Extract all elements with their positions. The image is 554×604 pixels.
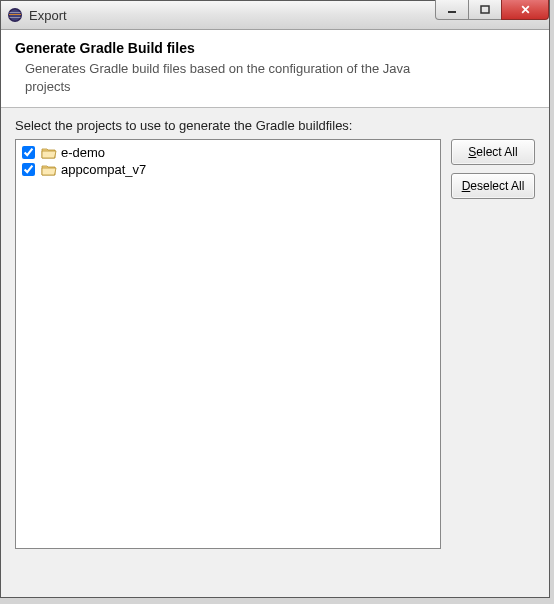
project-folder-icon [41, 163, 57, 177]
titlebar: Export [1, 1, 549, 30]
project-list[interactable]: e-demo appcompat_v7 [15, 139, 441, 549]
project-label: appcompat_v7 [61, 162, 146, 177]
export-dialog: Export Generate Gradle Build files Gener… [0, 0, 550, 598]
svg-rect-2 [9, 14, 21, 15]
svg-rect-3 [10, 12, 21, 13]
project-folder-icon [41, 146, 57, 160]
svg-rect-5 [448, 11, 456, 13]
svg-point-1 [10, 10, 21, 21]
minimize-button[interactable] [435, 0, 469, 20]
eclipse-icon [7, 7, 23, 23]
close-button[interactable] [501, 0, 549, 20]
selection-instruction: Select the projects to use to generate t… [15, 118, 535, 133]
list-item[interactable]: appcompat_v7 [20, 161, 436, 178]
project-label: e-demo [61, 145, 105, 160]
banner-description: Generates Gradle build files based on th… [25, 60, 415, 95]
project-checkbox[interactable] [22, 163, 35, 176]
svg-rect-4 [10, 17, 21, 18]
content-area: Select the projects to use to generate t… [1, 108, 549, 559]
selection-buttons: Select All Deselect All [451, 139, 535, 199]
maximize-button[interactable] [468, 0, 502, 20]
list-item[interactable]: e-demo [20, 144, 436, 161]
deselect-all-button[interactable]: Deselect All [451, 173, 535, 199]
banner-heading: Generate Gradle Build files [15, 40, 535, 56]
svg-rect-6 [481, 6, 489, 13]
window-controls [436, 0, 549, 20]
select-all-button[interactable]: Select All [451, 139, 535, 165]
project-checkbox[interactable] [22, 146, 35, 159]
project-selection-row: e-demo appcompat_v7 Select All [15, 139, 535, 549]
wizard-banner: Generate Gradle Build files Generates Gr… [1, 30, 549, 108]
